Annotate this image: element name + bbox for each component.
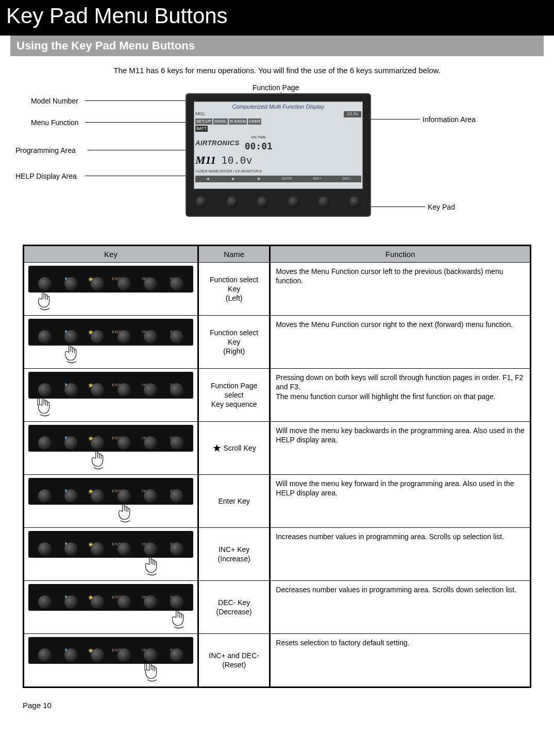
name-cell: Function select Key (Left) [198, 263, 270, 316]
kp-btn [170, 542, 183, 556]
pointing-hand-icon [116, 502, 135, 524]
keypad-graphic: ◄ ► ★ ENTR INC+ DEC- [28, 425, 193, 452]
keypad-graphic: ◄ ► ★ ENTR INC+ DEC- [28, 637, 193, 664]
col-function: Function [270, 245, 531, 263]
kp-btn [38, 277, 52, 290]
kp-btn [117, 383, 131, 397]
col-name: Name [198, 245, 270, 263]
pad-btn [257, 196, 268, 208]
name-cell: INC+ Key (Increase) [198, 528, 270, 581]
kp-btn [64, 383, 78, 397]
kp-btn [144, 595, 157, 609]
key-name: Function select Key (Left) [210, 276, 258, 302]
tab-user: USER [248, 118, 261, 125]
batt-tag: BATT [195, 126, 208, 132]
key-cell: ◄ ► ★ ENTR INC+ DEC- [24, 634, 198, 688]
kp-btn [38, 436, 52, 450]
keypad-graphic: ◄ ► ★ ENTR INC+ DEC- [28, 478, 193, 505]
kp-btn [144, 277, 157, 290]
pointing-hand-icon [143, 555, 161, 577]
kp-btn [91, 648, 104, 662]
kp-btn [170, 595, 183, 609]
screen-vbat: 10.0v [344, 111, 361, 117]
kp-btn [170, 648, 183, 662]
kp-btn [38, 489, 52, 503]
key-name: Scroll Key [224, 444, 256, 452]
kp-btn [38, 542, 52, 556]
function-cell: Moves the Menu Function cursor left to t… [270, 263, 531, 316]
kp-btn [91, 436, 104, 450]
kp-btn [38, 595, 52, 609]
kp-btn [117, 330, 131, 343]
function-cell: Will move the menu key forward in the pr… [270, 475, 531, 528]
function-cell: Pressing down on both keys will scroll t… [270, 369, 531, 422]
timer-value: 00:01 [245, 140, 273, 152]
label-programming-area: Programming Area [15, 146, 76, 155]
kp-btn [64, 330, 78, 343]
kp-btn [64, 595, 78, 609]
key-name: Enter Key [218, 497, 249, 505]
pad-btn [196, 196, 207, 208]
key-cell: ◄ ► ★ ENTR INC+ DEC- [24, 369, 198, 422]
name-cell: Enter Key [198, 475, 270, 528]
function-cell: Will move the menu key backwards in the … [270, 422, 531, 475]
screen-diagram: Function Page Model Number Menu Function… [15, 85, 539, 239]
table-row: ◄ ► ★ ENTR INC+ DEC- ★Scroll KeyWill mov… [24, 422, 531, 475]
key-cell: ◄ ► ★ ENTR INC+ DEC- [24, 316, 198, 369]
kp-btn [64, 277, 78, 290]
key-name: Function Page select Key sequence [211, 382, 257, 408]
pad-btn [227, 196, 238, 208]
help-line: >USER NAME:ENTER / CX-MONITOR:A [195, 169, 361, 174]
kp-btn [117, 542, 131, 556]
kp-btn [91, 330, 104, 343]
kp-btn [144, 330, 157, 343]
kp-btn [38, 648, 52, 662]
star-icon: ★ [212, 442, 222, 454]
kp-btn [91, 542, 104, 556]
name-cell: Function Page select Key sequence [198, 369, 270, 422]
name-cell: ★Scroll Key [198, 422, 270, 475]
tab-rasgn: R-ASGN [229, 118, 247, 125]
key-cell: ◄ ► ★ ENTR INC+ DEC- [24, 422, 198, 475]
key-name: DEC- Key (Decrease) [216, 598, 252, 616]
keypad-graphic: ◄ ► ★ ENTR INC+ DEC- [28, 531, 193, 558]
pointing-hand-icon [89, 449, 108, 471]
pointing-hand-icon [36, 396, 54, 418]
label-help-display: HELP Display Area [15, 171, 77, 181]
label-function-page: Function Page [253, 83, 299, 92]
kp-btn [117, 595, 131, 609]
kp-btn [91, 489, 104, 503]
kp-btn [170, 330, 183, 343]
kp-btn [91, 595, 104, 609]
kp-btn [117, 436, 131, 450]
pointing-hand-icon [170, 608, 188, 630]
timer-label: ON TIME [245, 135, 273, 140]
key-name: INC+ Key (Increase) [218, 545, 250, 563]
table-row: ◄ ► ★ ENTR INC+ DEC- INC+ and DEC- (Rese… [24, 634, 531, 688]
table-row: ◄ ► ★ ENTR INC+ DEC- Function Page selec… [24, 369, 531, 422]
kp-btn [170, 383, 183, 397]
table-row: ◄ ► ★ ENTR INC+ DEC- Enter KeyWill move … [24, 475, 531, 528]
kp-btn [64, 542, 78, 556]
keypad-graphic: ◄ ► ★ ENTR INC+ DEC- [28, 584, 193, 611]
brand-label: AIRTRONICS [195, 139, 240, 148]
key-name: Function select Key (Right) [210, 329, 258, 355]
kp-btn [170, 436, 183, 450]
key-cell: ◄ ► ★ ENTR INC+ DEC- [24, 528, 198, 581]
kp-btn [144, 542, 157, 556]
table-row: ◄ ► ★ ENTR INC+ DEC- Function select Key… [24, 263, 531, 316]
kp-btn [38, 383, 52, 397]
name-cell: Function select Key (Right) [198, 316, 270, 369]
kp-btn [64, 648, 78, 662]
keypad-graphic: ◄ ► ★ ENTR INC+ DEC- [28, 319, 193, 346]
kp-btn [144, 489, 157, 503]
device-screen: Computerized Multi Function Display M01:… [186, 93, 371, 217]
page-title: Key Pad Menu Buttons [0, 0, 554, 36]
kp-btn [117, 489, 131, 503]
label-model-number: Model Number [31, 96, 78, 106]
kp-btn [144, 648, 157, 662]
diagram-keypad [187, 196, 370, 208]
table-row: ◄ ► ★ ENTR INC+ DEC- Function select Key… [24, 316, 531, 369]
table-row: ◄ ► ★ ENTR INC+ DEC- DEC- Key (Decrease)… [24, 581, 531, 634]
kp-btn [170, 489, 183, 503]
